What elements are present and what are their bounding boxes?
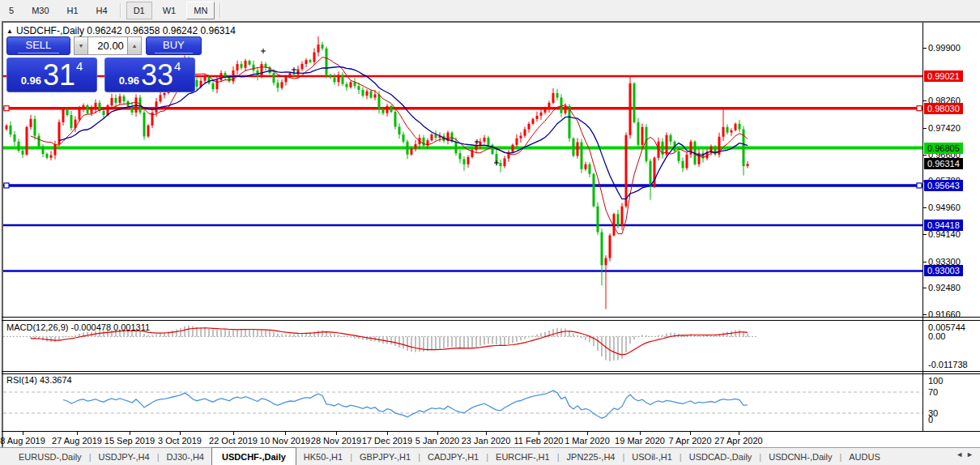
date-axis-label: 19 Mar 2020: [615, 436, 665, 446]
timeframe-button-h1[interactable]: H1: [60, 2, 86, 19]
tab-scroll-right-icon[interactable]: ►: [966, 450, 977, 459]
chart-tab-cadjpy-h1[interactable]: CADJPY-,H1: [420, 448, 486, 465]
timeframe-button-h4[interactable]: H4: [89, 2, 115, 19]
date-axis-label: 10 Nov 2019: [260, 436, 310, 446]
timeframe-button-mn[interactable]: MN: [186, 2, 215, 19]
price-level-badge: 0.95643: [924, 180, 963, 191]
date-axis-tick: [640, 432, 641, 435]
bid-price-big: 31: [43, 62, 75, 89]
price-axis-label: 0.94960: [928, 203, 961, 212]
tab-scroll-arrows[interactable]: ◄►: [956, 450, 977, 459]
date-axis-tick: [180, 432, 181, 435]
ohlc-open: 0.96242: [87, 25, 121, 36]
chart-tab-hk50-h1[interactable]: HK50-,H1: [296, 448, 350, 465]
bid-price-pip: 4: [76, 59, 83, 73]
chart-tab-eurchf-h1[interactable]: EURCHF-,H1: [488, 448, 557, 465]
chart-tab-usdjpy-h4[interactable]: USDJPY-,H4: [91, 448, 156, 465]
date-axis-label: 22 Oct 2019: [209, 436, 258, 446]
date-axis-label: 23 Jan 2020: [462, 436, 511, 446]
chart-tab-bar: EURUSD-,Daily|USDJPY-,H4|DJ30-,H4USDCHF-…: [0, 447, 980, 465]
price-axis-label: 0.91660: [928, 309, 961, 319]
bid-quote-button[interactable]: 0.96 31 4: [6, 58, 97, 92]
tab-scroll-left-icon[interactable]: ◄: [956, 450, 966, 459]
timeframe-button-w1[interactable]: W1: [156, 2, 184, 19]
current-price-badge: 0.96314: [924, 158, 963, 169]
price-axis-label: 0.92480: [928, 283, 961, 292]
bid-price-prefix: 0.96: [21, 75, 41, 87]
price-axis-tick: [922, 207, 927, 208]
price-axis-tick: [922, 155, 927, 156]
panel-separator[interactable]: [2, 320, 980, 321]
rsi-axis-label: 70: [928, 387, 938, 397]
date-axis-tick: [233, 432, 234, 435]
date-axis-tick: [486, 432, 487, 435]
price-axis-tick: [922, 262, 927, 262]
price-axis-tick: [922, 234, 927, 235]
collapse-triangle-icon[interactable]: ▲: [6, 28, 13, 35]
date-axis-label: 3 Oct 2019: [158, 436, 202, 446]
sell-button[interactable]: SELL: [6, 36, 70, 55]
date-axis-label: 5 Jan 2020: [415, 436, 459, 446]
date-axis-tick: [690, 432, 691, 435]
chart-tab-audus[interactable]: AUDUS: [842, 448, 888, 465]
volume-input[interactable]: [88, 36, 127, 55]
panel-separator[interactable]: [2, 373, 980, 374]
price-level-badge: 0.93003: [924, 265, 963, 276]
toolbar-separator: [219, 3, 221, 18]
panel-separator[interactable]: [2, 371, 980, 372]
date-axis-tick: [77, 432, 78, 435]
date-axis-label: 17 Dec 2019: [362, 436, 412, 446]
price-level-badge: 0.98030: [924, 103, 963, 114]
date-axis-label: 28 Nov 2019: [311, 436, 361, 446]
macd-axis-label: -0.011738: [928, 360, 968, 369]
date-axis-tick: [437, 432, 438, 435]
timeframe-button-m30[interactable]: M30: [24, 2, 56, 19]
timeframe-button-d1[interactable]: D1: [126, 2, 152, 19]
timeframe-button-5[interactable]: 5: [2, 2, 21, 19]
chart-tab-usdchf-daily[interactable]: USDCHF-,Daily: [211, 447, 296, 465]
sell-button-label: SELL: [18, 39, 60, 53]
date-axis-tick: [587, 432, 588, 435]
rsi-axis-label: 100: [928, 376, 943, 386]
ask-price-big: 33: [141, 62, 173, 89]
chart-tab-dj30-h4[interactable]: DJ30-,H4: [160, 448, 211, 465]
chart-tab-usdcad-daily[interactable]: USDCAD-,Daily: [682, 448, 760, 465]
price-level-badge: 0.99021: [924, 70, 963, 82]
date-axis-label: 15 Sep 2019: [104, 436, 155, 446]
chart-tab-usoil-h1[interactable]: USOil-,H1: [624, 448, 680, 465]
price-axis-label: 0.99900: [928, 43, 961, 53]
rsi-panel-canvas[interactable]: [3, 374, 922, 430]
panel-separator[interactable]: [2, 317, 980, 318]
date-axis-label: 27 Apr 2020: [714, 436, 762, 446]
one-click-trade-panel: SELL ▼ ▲ BUY 0.96 31 4 0.96 33 4: [6, 36, 202, 92]
ohlc-high: 0.96358: [125, 25, 160, 36]
rsi-axis-label: 0: [928, 415, 933, 424]
date-axis-label: 1 Mar 2020: [565, 436, 610, 446]
chart-tab-gbpjpy-h1[interactable]: GBPJPY-,H1: [352, 448, 418, 465]
time-axis-line: [2, 431, 980, 432]
date-axis-tick: [387, 432, 388, 435]
ohlc-close: 0.96314: [200, 25, 235, 36]
chart-tab-jpn225-h4[interactable]: JPN225-,H4: [560, 448, 623, 465]
chart-tab-usdcnh-daily[interactable]: USDCNH-,Daily: [761, 448, 839, 465]
macd-axis-label: 0.00: [928, 331, 945, 341]
volume-decrease-button[interactable]: ▼: [74, 36, 88, 55]
price-level-badge: 0.94418: [924, 220, 963, 231]
buy-button[interactable]: BUY: [146, 36, 202, 55]
chart-title: ▲USDCHF-,Daily 0.96242 0.96358 0.96242 0…: [6, 25, 236, 36]
price-level-badge: 0.96805: [924, 143, 963, 154]
date-axis-label: 7 Apr 2020: [668, 436, 711, 446]
timeframe-toolbar: 5M30H1H4D1W1MN: [0, 0, 980, 20]
chart-tab-eurusd-daily[interactable]: EURUSD-,Daily: [11, 448, 89, 465]
buy-button-label: BUY: [155, 39, 193, 53]
price-axis-label: 0.97420: [928, 123, 961, 133]
price-axis-tick: [922, 48, 927, 49]
price-axis-tick: [922, 100, 927, 101]
ask-price-pip: 4: [174, 59, 181, 73]
date-axis-tick: [539, 432, 539, 435]
ask-quote-button[interactable]: 0.96 33 4: [104, 58, 195, 92]
volume-increase-button[interactable]: ▲: [127, 36, 142, 55]
price-axis-tick: [922, 314, 927, 315]
toolbar-separator: [120, 3, 121, 18]
symbol-period-label: USDCHF-,Daily: [16, 25, 84, 36]
